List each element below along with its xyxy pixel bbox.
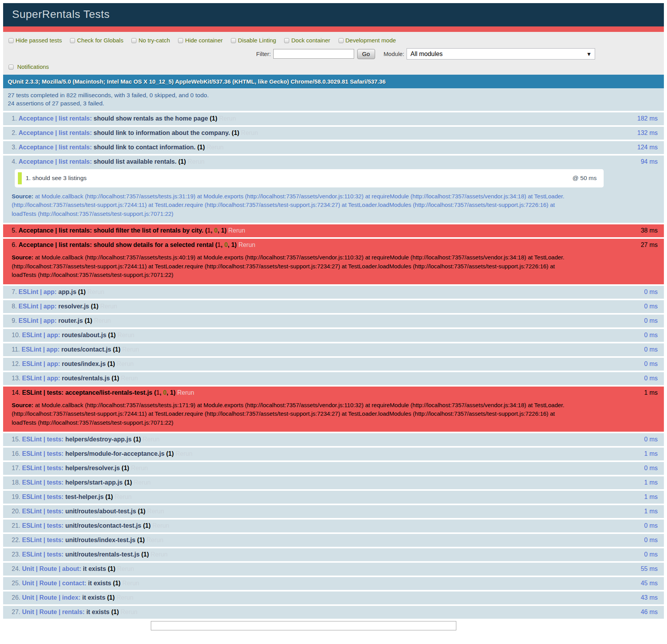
- module-filter-link[interactable]: Acceptance | list rentals:: [19, 227, 92, 234]
- toolbar-checkbox-dock-container-input[interactable]: [284, 38, 289, 43]
- module-filter-link[interactable]: Acceptance | list rentals:: [19, 242, 92, 248]
- test-row[interactable]: 94 ms4. Acceptance | list rentals: shoul…: [3, 156, 664, 223]
- toolbar-checkbox-development-mode-input[interactable]: [339, 38, 344, 43]
- rerun-link[interactable]: Rerun: [117, 360, 134, 367]
- rerun-link[interactable]: Rerun: [122, 346, 139, 353]
- module-filter-link[interactable]: ESLint | app:: [19, 289, 57, 295]
- test-row[interactable]: 27 ms6. Acceptance | list rentals: shoul…: [3, 239, 664, 284]
- module-filter-link[interactable]: ESLint | tests:: [22, 537, 64, 543]
- test-name-link[interactable]: helpers/destroy-app.js: [65, 436, 132, 443]
- rerun-link[interactable]: Rerun: [206, 144, 223, 150]
- test-name-link[interactable]: it exists: [88, 580, 112, 586]
- test-name-link[interactable]: should link to contact information.: [94, 144, 196, 150]
- test-row[interactable]: 1 ms16. ESLint | tests: helpers/module-f…: [3, 448, 664, 460]
- rerun-link[interactable]: Rerun: [241, 130, 258, 136]
- module-filter-link[interactable]: ESLint | tests:: [22, 522, 64, 529]
- test-row[interactable]: 0 ms9. ESLint | app: router.js (1) Rerun: [3, 315, 664, 327]
- test-row[interactable]: 0 ms12. ESLint | app: routes/index.js (1…: [3, 358, 664, 371]
- test-row[interactable]: 38 ms5. Acceptance | list rentals: shoul…: [3, 224, 664, 237]
- rerun-link[interactable]: Rerun: [122, 580, 140, 586]
- test-name-link[interactable]: helpers/start-app.js: [65, 479, 123, 486]
- module-filter-link[interactable]: Unit | Route | rentals:: [22, 609, 85, 615]
- test-name-link[interactable]: helpers/resolver.js: [65, 465, 120, 471]
- notifications-checkbox-input[interactable]: [9, 65, 14, 70]
- test-name-link[interactable]: it exists: [83, 565, 106, 572]
- test-name-link[interactable]: helpers/module-for-acceptance.js: [65, 450, 164, 457]
- rerun-link[interactable]: Rerun: [121, 375, 138, 382]
- module-filter-link[interactable]: ESLint | app:: [22, 360, 60, 367]
- rerun-link[interactable]: Rerun: [100, 303, 117, 310]
- toolbar-checkbox-no-try-catch[interactable]: No try-catch: [131, 37, 170, 44]
- test-name-link[interactable]: routes/contact.js: [61, 346, 111, 353]
- rerun-link[interactable]: Rerun: [176, 450, 193, 457]
- toolbar-checkbox-check-for-globals-input[interactable]: [70, 38, 75, 43]
- rerun-link[interactable]: Rerun: [94, 317, 111, 324]
- test-row[interactable]: 132 ms2. Acceptance | list rentals: shou…: [3, 127, 664, 140]
- test-name-link[interactable]: routes/about.js: [62, 332, 107, 338]
- module-filter-link[interactable]: Unit | Route | about:: [22, 565, 81, 572]
- rerun-link[interactable]: Rerun: [115, 494, 132, 500]
- rerun-link[interactable]: Rerun: [117, 565, 134, 572]
- test-row[interactable]: 0 ms11. ESLint | app: routes/contact.js …: [3, 343, 664, 356]
- test-row[interactable]: 0 ms15. ESLint | tests: helpers/destroy-…: [3, 433, 664, 446]
- toolbar-checkbox-hide-container-input[interactable]: [178, 38, 183, 43]
- test-name-link[interactable]: unit/routes/index-test.js: [65, 537, 135, 543]
- test-name-link[interactable]: should link to information about the com…: [94, 130, 230, 136]
- module-filter-link[interactable]: ESLint | app:: [22, 375, 60, 382]
- test-name-link[interactable]: it exists: [86, 609, 110, 615]
- test-name-link[interactable]: it exists: [82, 594, 105, 601]
- toolbar-checkbox-hide-passed-tests-input[interactable]: [9, 38, 14, 43]
- test-name-link[interactable]: unit/routes/contact-test.js: [65, 522, 141, 529]
- test-name-link[interactable]: should filter the list of rentals by cit…: [94, 227, 203, 234]
- test-name-link[interactable]: should show details for a selected renta…: [94, 242, 214, 248]
- rerun-link[interactable]: Rerun: [131, 465, 148, 471]
- test-name-link[interactable]: test-helper.js: [65, 494, 104, 500]
- module-filter-link[interactable]: ESLint | app:: [22, 332, 60, 338]
- module-filter-link[interactable]: Acceptance | list rentals:: [19, 144, 92, 150]
- module-filter-link[interactable]: Acceptance | list rentals:: [19, 158, 92, 165]
- toolbar-checkbox-disable-linting[interactable]: Disable Linting: [231, 37, 276, 44]
- test-row[interactable]: 46 ms27. Unit | Route | rentals: it exis…: [3, 606, 664, 619]
- test-row[interactable]: 1 ms19. ESLint | tests: test-helper.js (…: [3, 491, 664, 504]
- module-filter-link[interactable]: ESLint | app:: [22, 346, 60, 353]
- toolbar-checkbox-hide-container[interactable]: Hide container: [178, 37, 223, 44]
- test-row[interactable]: 0 ms13. ESLint | app: routes/rentals.js …: [3, 372, 664, 385]
- test-name-link[interactable]: resolver.js: [58, 303, 89, 310]
- notifications-checkbox[interactable]: Notifications: [9, 63, 49, 70]
- toolbar-checkbox-dock-container[interactable]: Dock container: [284, 37, 330, 44]
- test-name-link[interactable]: routes/index.js: [62, 360, 106, 367]
- test-row[interactable]: 124 ms3. Acceptance | list rentals: shou…: [3, 141, 664, 154]
- module-filter-link[interactable]: ESLint | tests:: [22, 389, 64, 396]
- rerun-link[interactable]: Rerun: [147, 508, 164, 514]
- rerun-link[interactable]: Rerun: [151, 551, 168, 558]
- toolbar-checkbox-check-for-globals[interactable]: Check for Globals: [70, 37, 123, 44]
- test-name-link[interactable]: unit/routes/rentals-test.js: [65, 551, 140, 558]
- rerun-link[interactable]: Rerun: [143, 436, 160, 443]
- module-filter-link[interactable]: Acceptance | list rentals:: [19, 130, 92, 136]
- rerun-link[interactable]: Rerun: [177, 389, 194, 396]
- rerun-link[interactable]: Rerun: [228, 227, 245, 234]
- test-row[interactable]: 1 ms20. ESLint | tests: unit/routes/abou…: [3, 505, 664, 518]
- test-row[interactable]: 1 ms18. ESLint | tests: helpers/start-ap…: [3, 476, 664, 489]
- test-row[interactable]: 1 ms14. ESLint | tests: acceptance/list-…: [3, 387, 664, 432]
- test-name-link[interactable]: unit/routes/about-test.js: [65, 508, 136, 514]
- go-button[interactable]: Go: [357, 49, 375, 59]
- rerun-link[interactable]: Rerun: [117, 332, 134, 338]
- module-filter-link[interactable]: ESLint | app:: [19, 303, 57, 310]
- module-filter-link[interactable]: ESLint | tests:: [22, 479, 64, 486]
- rerun-link[interactable]: Rerun: [147, 537, 164, 543]
- test-row[interactable]: 0 ms8. ESLint | app: resolver.js (1) Rer…: [3, 300, 664, 313]
- test-name-link[interactable]: routes/rentals.js: [62, 375, 110, 382]
- rerun-link[interactable]: Rerun: [152, 522, 169, 529]
- rerun-link[interactable]: Rerun: [87, 289, 105, 295]
- filter-input[interactable]: [273, 49, 354, 59]
- toolbar-checkbox-disable-linting-input[interactable]: [231, 38, 236, 43]
- module-filter-link[interactable]: Acceptance | list rentals:: [19, 115, 92, 122]
- test-name-link[interactable]: app.js: [58, 289, 76, 295]
- test-name-link[interactable]: should show rentals as the home page: [94, 115, 208, 122]
- test-row[interactable]: 0 ms22. ESLint | tests: unit/routes/inde…: [3, 534, 664, 547]
- test-name-link[interactable]: should list available rentals.: [94, 158, 176, 165]
- rerun-link[interactable]: Rerun: [219, 115, 236, 122]
- module-select[interactable]: All modules ▼: [407, 48, 595, 60]
- module-filter-link[interactable]: ESLint | app:: [19, 317, 57, 324]
